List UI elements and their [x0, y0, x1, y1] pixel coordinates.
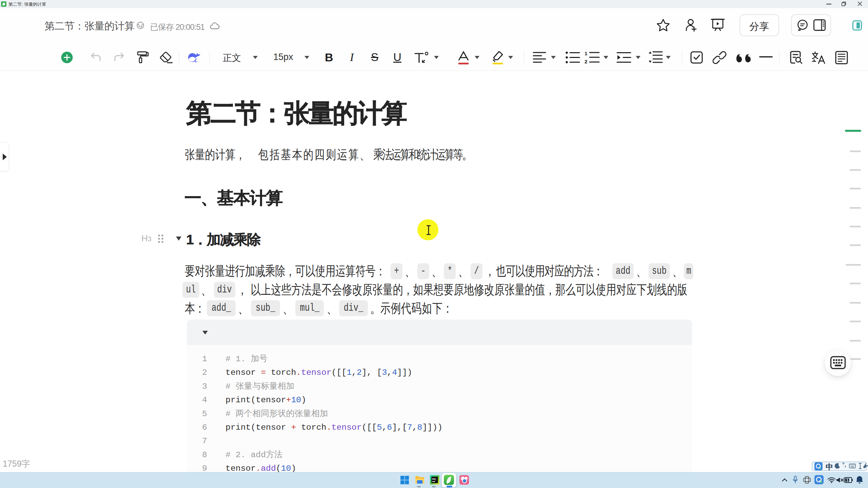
svg-text:2: 2: [585, 59, 587, 64]
svg-text:1: 1: [585, 50, 587, 56]
svg-text:PC: PC: [432, 477, 436, 481]
